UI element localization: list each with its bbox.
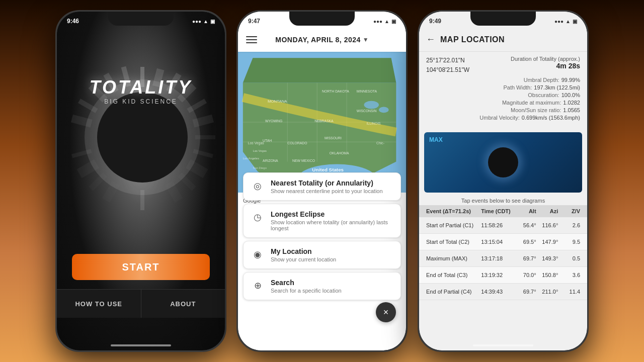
signal-icon-2: ●●●	[373, 19, 382, 24]
back-button[interactable]: ←	[426, 34, 435, 45]
map-svg: MONTANA NORTH DAKOTA MINNESOTA WYOMING N…	[238, 52, 406, 193]
alt-c1: 56.4°	[514, 222, 536, 228]
size-ratio-value: 1.0565	[563, 107, 580, 113]
search-desc: Search for a specific location	[271, 288, 393, 294]
eclipse-preview-circle	[488, 147, 518, 177]
azi-c1: 116.6°	[536, 222, 558, 228]
search-card[interactable]: ⊕ Search Search for a specific location	[243, 272, 401, 300]
time-max: 13:17:18	[481, 255, 514, 261]
col-event: Event (ΔT=71.2s)	[426, 208, 481, 214]
svg-text:Los Angeles: Los Angeles	[243, 157, 259, 160]
longest-desc: Show location where totality (or annular…	[271, 219, 393, 231]
time-c2: 13:15:04	[481, 239, 514, 245]
event-row-c3[interactable]: End of Total (C3) 13:19:32 70.0° 150.8° …	[419, 267, 587, 284]
longest-title: Longest Eclipse	[271, 210, 393, 218]
home-indicator-2[interactable]	[292, 344, 352, 346]
corona-svg	[57, 37, 225, 248]
size-ratio-row: Moon/Sun size ratio: 1.0565	[426, 107, 580, 113]
my-location-card[interactable]: ◉ My Location Show your current location	[243, 241, 401, 269]
status-time-3: 9:49	[429, 18, 441, 25]
about-button[interactable]: ABOUT	[141, 290, 225, 318]
event-c4: End of Partial (C4)	[426, 289, 481, 295]
phone-3: 9:49 ●●● ▲ ▣ ← MAP LOCATION 25°17'22.01"…	[418, 10, 589, 352]
table-header: Event (ΔT=71.2s) Time (CDT) Alt Azi Z/V	[419, 205, 587, 217]
col-time: Time (CDT)	[481, 208, 514, 214]
event-row-c4[interactable]: End of Partial (C4) 14:39:43 69.7° 211.0…	[419, 284, 587, 300]
home-indicator-3[interactable]	[473, 344, 533, 346]
wifi-icon-2: ▲	[384, 19, 389, 24]
map-date: MONDAY, APRIL 8, 2024	[275, 36, 361, 44]
phone-1-screen: TOTALITY BIG KID SCIENCE START HOW TO US…	[57, 12, 225, 350]
zv-c3: 3.6	[558, 272, 580, 278]
nearest-totality-card[interactable]: ◎ Nearest Totality (or Annularity) Show …	[243, 172, 401, 201]
longest-icon: ◷	[251, 210, 265, 224]
status-bar-1: 9:46 ●●● ▲ ▣	[57, 12, 225, 28]
svg-text:United States: United States	[312, 167, 344, 172]
longest-eclipse-card[interactable]: ◷ Longest Eclipse Show location where to…	[243, 204, 401, 238]
event-row-c2[interactable]: Start of Total (C2) 13:15:04 69.5° 147.9…	[419, 234, 587, 250]
event-c2: Start of Total (C2)	[426, 239, 481, 245]
how-to-use-button[interactable]: HOW TO USE	[57, 290, 141, 318]
time-c1: 11:58:26	[481, 222, 514, 228]
max-label: MAX	[429, 136, 443, 143]
my-location-title: My Location	[271, 247, 393, 255]
status-icons-2: ●●● ▲ ▣	[373, 19, 396, 24]
svg-point-50	[379, 107, 389, 113]
size-ratio-label: Moon/Sun size ratio:	[511, 107, 561, 113]
latitude: 25°17'22.01"N	[426, 56, 469, 65]
menu-button[interactable]	[246, 36, 257, 43]
path-width-value: 197.3km (122.5mi)	[534, 84, 580, 90]
nearest-desc: Show nearest centerline point to your lo…	[271, 188, 393, 194]
svg-text:Los Vegas: Los Vegas	[248, 141, 265, 145]
event-row-c1[interactable]: Start of Partial (C1) 11:58:26 56.4° 116…	[419, 217, 587, 234]
umbral-depth-value: 99.99%	[561, 77, 580, 83]
event-row-max[interactable]: Maximum (MAX) 13:17:18 69.7° 149.3° 0.5	[419, 250, 587, 267]
events-table: Event (ΔT=71.2s) Time (CDT) Alt Azi Z/V …	[419, 205, 587, 334]
start-button[interactable]: START	[72, 254, 210, 280]
stats-section: Umbral Depth: 99.99% Path Width: 197.3km…	[419, 77, 587, 126]
location-title: MAP LOCATION	[440, 35, 505, 44]
app-subtitle: BIG KID SCIENCE	[57, 98, 225, 105]
status-time-2: 9:47	[248, 18, 260, 25]
svg-text:San Diego: San Diego	[253, 166, 267, 169]
svg-text:UTAH: UTAH	[263, 139, 272, 142]
search-text: Search Search for a specific location	[271, 279, 393, 294]
wifi-icon: ▲	[203, 19, 208, 24]
dropdown-icon[interactable]: ▼	[363, 36, 369, 43]
map-area[interactable]: MONTANA NORTH DAKOTA MINNESOTA WYOMING N…	[238, 52, 406, 193]
search-icon: ⊕	[251, 279, 265, 293]
velocity-value: 0.699km/s (1563.6mph)	[522, 115, 580, 121]
zv-c4: 11.4	[558, 289, 580, 295]
status-bar-3: 9:49 ●●● ▲ ▣	[419, 12, 587, 28]
nearest-text: Nearest Totality (or Annularity) Show ne…	[271, 179, 393, 194]
zv-max: 0.5	[558, 255, 580, 261]
alt-c3: 70.0°	[514, 272, 536, 278]
signal-icon: ●●●	[192, 19, 201, 24]
location-icon: ◉	[251, 247, 265, 261]
close-button[interactable]: ×	[376, 302, 396, 322]
svg-text:MONTANA: MONTANA	[268, 99, 287, 104]
col-zv: Z/V	[558, 208, 580, 214]
phone-2: 9:47 ●●● ▲ ▣ MONDAY, APRIL 8, 2024 ▼	[236, 10, 408, 352]
velocity-label: Umbral Velocity:	[479, 115, 519, 121]
my-location-text: My Location Show your current location	[271, 247, 393, 262]
umbral-depth-label: Umbral Depth:	[524, 77, 559, 83]
azi-max: 149.3°	[536, 255, 558, 261]
path-width-row: Path Width: 197.3km (122.5mi)	[426, 84, 580, 90]
search-title: Search	[271, 279, 393, 287]
longitude: 104°08'21.51"W	[426, 65, 469, 75]
status-time-1: 9:46	[67, 18, 79, 25]
umbral-depth-row: Umbral Depth: 99.99%	[426, 77, 580, 83]
azi-c3: 150.8°	[536, 272, 558, 278]
alt-max: 69.7°	[514, 255, 536, 261]
duration-section: Duration of Totality (approx.) 4m 28s	[511, 56, 580, 70]
home-indicator-1[interactable]	[111, 344, 171, 346]
status-icons-1: ●●● ▲ ▣	[192, 19, 215, 24]
nearest-icon: ◎	[251, 179, 265, 193]
alt-c4: 69.7°	[514, 289, 536, 295]
col-azi: Azi	[536, 208, 558, 214]
svg-point-49	[364, 101, 379, 109]
splash-screen: TOTALITY BIG KID SCIENCE START HOW TO US…	[57, 12, 225, 350]
obscuration-row: Obscuration: 100.0%	[426, 92, 580, 98]
battery-icon-3: ▣	[573, 19, 577, 24]
